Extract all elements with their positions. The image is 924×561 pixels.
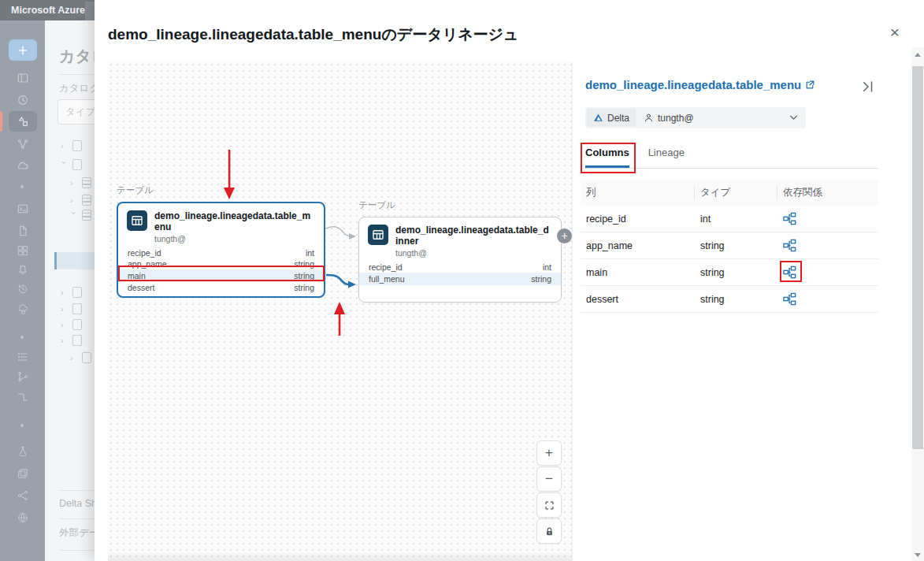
chevron-right-icon: ›: [70, 353, 77, 362]
catalog-section-label: カタログ: [59, 82, 99, 95]
lineage-icon[interactable]: [777, 212, 878, 225]
details-table-name: demo_lineage.lineagedata.table_menu: [585, 78, 801, 91]
header-column: 列: [581, 185, 695, 200]
columns-table-header: 列 タイプ 依存関係: [581, 180, 878, 206]
catalog-tree-item: ›: [61, 287, 82, 298]
catalog-tree-item: ›: [61, 319, 82, 330]
annotation-arrows: [108, 61, 573, 561]
experiments-icon: [9, 441, 37, 462]
catalog-tree-item: ›: [61, 140, 82, 151]
node-type-label: テーブル: [358, 199, 395, 211]
delta-icon: [593, 113, 603, 123]
cell-column-type: string: [695, 267, 777, 278]
catalog-icon: [9, 111, 37, 132]
catalog-tree-item: ›: [61, 303, 82, 314]
tab-lineage[interactable]: Lineage: [648, 147, 685, 168]
node-title: demo_lineage.lineagedata.table_menu: [154, 210, 315, 232]
close-icon[interactable]: ×: [885, 22, 905, 43]
catalog-tree-item: ›: [70, 210, 91, 221]
queries-icon: [9, 221, 37, 241]
chevron-right-icon: ›: [70, 195, 77, 205]
owner-badge: tungth@: [637, 113, 700, 124]
db-icon: [82, 177, 91, 188]
lineage-canvas[interactable]: テーブル demo_lineage.lineagedata.table_menu…: [108, 61, 573, 561]
column-name: recipe_id: [128, 247, 161, 258]
table-node-dinner[interactable]: demo_lineage.lineagedata.table_dinner tu…: [358, 217, 562, 303]
table-icon: [82, 352, 91, 363]
node-column-row-dessert[interactable]: dessert string: [118, 282, 324, 293]
recents-icon: [9, 90, 37, 110]
chevron-down-icon: ›: [60, 162, 69, 169]
table-icon: [127, 210, 147, 231]
section-dot-3-icon: [20, 424, 24, 427]
table-meta-dropdown[interactable]: Delta tungth@: [585, 107, 806, 128]
chevron-right-icon: ›: [61, 141, 68, 150]
columns-table-row-app_name: app_name string: [581, 232, 878, 259]
pipelines-icon: [9, 387, 37, 407]
columns-table-row-recipe_id: recipe_id int: [581, 206, 878, 232]
collapse-panel-icon[interactable]: [861, 80, 878, 97]
node-column-row-recipe_id[interactable]: recipe_id int: [359, 262, 561, 273]
node-column-row-recipe_id[interactable]: recipe_id int: [118, 247, 324, 258]
table-icon: [72, 335, 82, 346]
column-type: int: [543, 262, 551, 273]
node-type-label: テーブル: [117, 184, 154, 196]
columns-table-row-main: main string: [581, 259, 878, 286]
column-name: dessert: [128, 282, 154, 293]
divider: [59, 550, 99, 551]
workspace-icon: [9, 68, 37, 88]
compute-icon: [9, 155, 37, 176]
db-icon: [82, 195, 91, 206]
cell-column-type: int: [695, 214, 777, 225]
column-type: int: [306, 247, 314, 258]
format-badge-label: Delta: [607, 113, 629, 124]
lock-button[interactable]: [536, 518, 562, 544]
canvas-bottom-fade: [108, 552, 572, 561]
node-header: demo_lineage.lineagedata.table_menu tung…: [118, 203, 324, 247]
active-nav-indicator: [0, 111, 2, 132]
scrollbar-down-arrow[interactable]: [915, 553, 921, 557]
fit-view-button[interactable]: [536, 492, 562, 518]
zoom-out-button[interactable]: −: [536, 466, 562, 492]
catalog-tree-item: ›: [61, 159, 82, 170]
divider: [59, 490, 99, 491]
catalog-heading: カタログ: [59, 46, 99, 67]
catalog-tree-item: ›: [70, 352, 91, 363]
models-icon: [9, 485, 37, 506]
node-owner: tungth@: [395, 248, 549, 258]
scrollbar-thumb[interactable]: [912, 66, 923, 449]
azure-brand: Microsoft Azure: [11, 5, 85, 16]
scrollbar[interactable]: [911, 47, 924, 561]
catalog-panel: カタログ カタログ タイプ › › › › › › › › ›: [45, 20, 99, 561]
zoom-in-button[interactable]: +: [536, 440, 562, 466]
table-icon: [72, 319, 82, 330]
node-column-row-full_menu[interactable]: full_menu string: [359, 273, 561, 285]
lineage-edges: [108, 61, 573, 561]
lineage-icon[interactable]: [777, 239, 878, 252]
column-type: string: [294, 282, 314, 293]
section-dot-1-icon: [20, 185, 24, 188]
chevron-right-icon: ›: [70, 178, 77, 188]
divider: [59, 518, 99, 519]
scrollbar-up-arrow[interactable]: [915, 53, 921, 57]
sql-warehouses-icon: [9, 299, 37, 319]
job-runs-icon: [9, 347, 37, 367]
jobs-icon: [9, 366, 37, 387]
lineage-icon[interactable]: [777, 292, 878, 306]
table-icon: [72, 287, 82, 298]
details-table-link[interactable]: demo_lineage.lineagedata.table_menu: [585, 78, 815, 91]
catalog-tree-item: ›: [70, 177, 91, 188]
external-data-link: 外部デー: [59, 526, 98, 540]
azure-topbar: Microsoft Azure: [0, 0, 99, 20]
expand-lineage-button[interactable]: +: [557, 228, 572, 243]
annotation-box-columns-tab: [581, 143, 636, 173]
table-node-menu[interactable]: demo_lineage.lineagedata.table_menu tung…: [117, 202, 325, 298]
chevron-down-icon: [789, 113, 806, 123]
catalog-tree-item: ›: [61, 335, 82, 346]
delta-sharing-link: Delta Sha: [59, 498, 99, 509]
catalog-tree-selected-row: [54, 252, 99, 269]
column-type: string: [531, 273, 551, 285]
feature-store-icon: [9, 463, 37, 484]
owner-badge-label: tungth@: [658, 113, 694, 124]
cell-column-name: app_name: [581, 240, 695, 251]
